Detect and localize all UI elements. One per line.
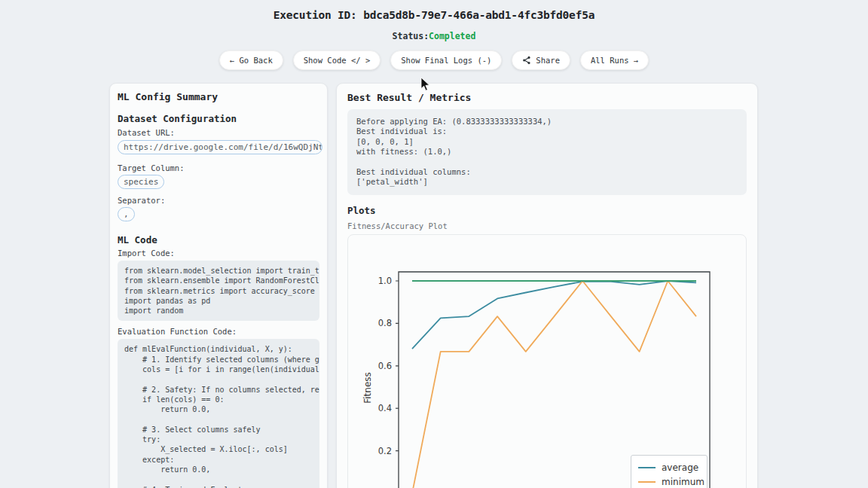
show-final-logs-button[interactable]: Show Final Logs (-) <box>390 50 502 70</box>
legend-label-average: average <box>662 462 698 473</box>
svg-text:0.4: 0.4 <box>378 403 392 413</box>
legend-item-minimum: minimum <box>638 475 700 488</box>
svg-text:0.2: 0.2 <box>378 445 392 456</box>
evaluation-function-code-label: Evaluation Function Code: <box>118 327 319 336</box>
svg-text:0.6: 0.6 <box>378 361 392 371</box>
separator-value: , <box>118 207 135 221</box>
evaluation-function-code-block: def mlEvalFunction(individual, X, y): # … <box>118 339 319 488</box>
target-column-value: species <box>118 175 164 189</box>
metrics-block: Before applying EA: (0.8333333333333334,… <box>347 109 747 195</box>
toolbar: ← Go Back Show Code </ > Show Final Logs… <box>0 50 868 70</box>
execution-id-title: Execution ID: bdca5d8b-79e7-466a-abd1-4f… <box>0 0 868 21</box>
import-code-block: from sklearn.model_selection import trai… <box>118 261 319 321</box>
ml-config-summary-title: ML Config Summary <box>118 91 319 102</box>
target-column-label: Target Column: <box>118 163 319 172</box>
dataset-url-value: https://drive.google.com/file/d/16wQDjNt <box>118 140 322 154</box>
fitness-plot-canvas: 0.00.20.40.60.81.0Fitness <box>348 235 747 488</box>
svg-text:Fitness: Fitness <box>362 372 373 404</box>
go-back-button[interactable]: ← Go Back <box>219 50 283 70</box>
fitness-accuracy-plot: 0.00.20.40.60.81.0Fitness averageminimum… <box>347 234 747 488</box>
separator-label: Separator: <box>118 196 319 205</box>
import-code-label: Import Code: <box>118 249 319 258</box>
share-button[interactable]: Share <box>512 50 570 70</box>
best-result-panel: Best Result / Metrics Before applying EA… <box>336 83 758 488</box>
plots-title: Plots <box>347 205 747 216</box>
legend-swatch-average <box>638 467 656 468</box>
status-line: Status:Completed <box>0 31 868 41</box>
show-code-button[interactable]: Show Code </ > <box>293 50 381 70</box>
share-icon <box>522 56 531 65</box>
legend-swatch-minimum <box>638 481 656 483</box>
svg-text:0.8: 0.8 <box>378 318 392 328</box>
legend-item-average: average <box>638 461 700 475</box>
svg-text:1.0: 1.0 <box>378 276 392 286</box>
share-button-label: Share <box>536 56 560 65</box>
best-result-title: Best Result / Metrics <box>347 92 747 103</box>
dataset-url-label: Dataset URL: <box>118 128 319 137</box>
ml-code-title: ML Code <box>118 234 319 246</box>
plot-caption: Fitness/Accuracy Plot <box>347 221 747 230</box>
chart-legend: averageminimummaximum <box>631 455 708 488</box>
all-runs-button[interactable]: All Runs → <box>580 50 649 70</box>
ml-config-summary-panel: ML Config Summary Dataset Configuration … <box>109 83 328 488</box>
status-label: Status: <box>393 31 429 41</box>
status-badge: Completed <box>429 31 475 41</box>
dataset-configuration-title: Dataset Configuration <box>118 113 319 124</box>
legend-label-minimum: minimum <box>662 477 704 487</box>
